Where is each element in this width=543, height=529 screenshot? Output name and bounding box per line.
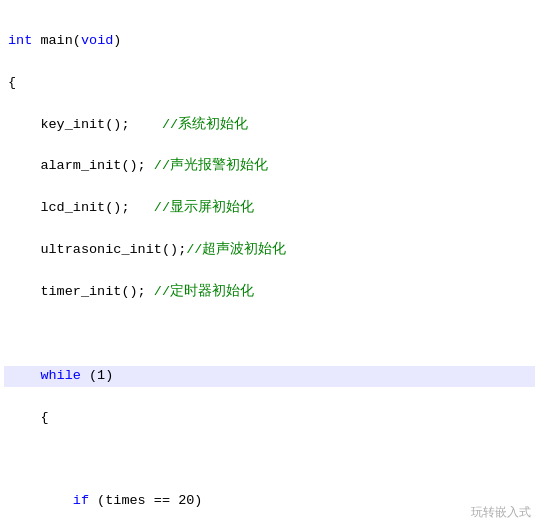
line-1: int main(void) bbox=[4, 31, 535, 52]
code-container: int main(void) { key_init(); //系统初始化 ala… bbox=[0, 0, 543, 529]
line-5: lcd_init(); //显示屏初始化 bbox=[4, 198, 535, 219]
line-4: alarm_init(); //声光报警初始化 bbox=[4, 156, 535, 177]
line-if-20: if (times == 20) bbox=[4, 491, 535, 512]
line-3: key_init(); //系统初始化 bbox=[4, 115, 535, 136]
code-block: int main(void) { key_init(); //系统初始化 ala… bbox=[0, 6, 543, 529]
line-blank-1 bbox=[4, 449, 535, 470]
line-7: timer_init(); //定时器初始化 bbox=[4, 282, 535, 303]
line-8 bbox=[4, 324, 535, 345]
line-brace-while: { bbox=[4, 408, 535, 429]
line-2: { bbox=[4, 73, 535, 94]
line-6: ultrasonic_init();//超声波初始化 bbox=[4, 240, 535, 261]
line-while: while (1) bbox=[4, 366, 535, 387]
watermark: 玩转嵌入式 bbox=[471, 504, 531, 521]
